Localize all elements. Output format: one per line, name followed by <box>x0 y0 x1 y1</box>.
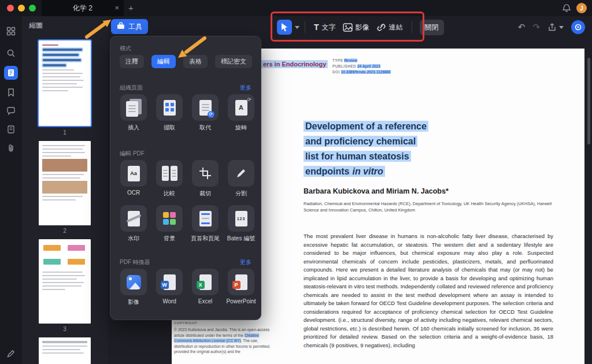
export-chevron-down-icon <box>559 26 564 29</box>
notes-icon[interactable] <box>4 122 18 136</box>
tools-button-label: 工具 <box>128 22 142 32</box>
menu-item-bates-numbering[interactable]: 123 Bates 編號 <box>223 205 259 243</box>
excel-converter-icon: X <box>192 269 219 295</box>
replace-pages-icon <box>192 94 219 121</box>
article-meta: TYPE Review PUBLISHED 24 April 2023 DOI … <box>332 58 391 75</box>
menu-item-convert-image[interactable]: 影像 <box>116 269 151 306</box>
thumbnail-panel-title: 縮圖 <box>29 21 43 31</box>
page-number-label: 3 <box>39 326 91 332</box>
tools-button[interactable]: 工具 <box>111 19 148 34</box>
article-authors: Barbara Kubickova and Miriam N. Jacobs* <box>304 187 449 195</box>
menu-item-insert[interactable]: 插入 <box>116 94 151 132</box>
page-number-label: 2 <box>39 228 91 234</box>
menu-item-header-footer[interactable]: 頁首和頁尾 <box>187 205 223 243</box>
powerpoint-converter-icon: P <box>228 269 254 295</box>
mode-tab-annotate[interactable]: 注釋 <box>120 55 144 68</box>
menu-item-compare[interactable]: 比較 <box>151 160 187 198</box>
compare-documents-icon <box>156 160 183 187</box>
annotation-highlight-box <box>271 12 424 42</box>
article-affiliation: Radiation, Chemical and Environmental Ha… <box>304 201 558 213</box>
new-tab-button[interactable]: + <box>128 3 134 13</box>
type-value: Review <box>344 58 357 62</box>
history-toolbar: ↶ ↷ <box>518 20 585 34</box>
mode-tab-edit[interactable]: 編輯 <box>151 55 176 68</box>
left-icon-rail <box>0 16 22 364</box>
ai-assistant-button[interactable] <box>571 20 585 34</box>
signature-pen-icon[interactable] <box>4 347 18 361</box>
ocr-icon: Aa <box>120 160 147 187</box>
menu-item-extract[interactable]: 擷取 <box>151 94 187 132</box>
export-icon <box>547 23 557 32</box>
minimize-window-button[interactable] <box>18 5 25 12</box>
menu-item-background[interactable]: 背景 <box>151 205 187 243</box>
bates-numbering-icon: 123 <box>228 205 254 232</box>
ai-assistant-icon <box>574 23 582 31</box>
account-avatar[interactable]: J <box>576 3 587 13</box>
mode-tab-redact[interactable]: 標記密文 <box>215 55 252 68</box>
menu-item-replace[interactable]: 取代 <box>187 94 223 132</box>
doi-value: 10.3389/fendo.2023.1126880 <box>341 70 391 74</box>
page-number-label: 1 <box>39 129 91 136</box>
menu-item-convert-word[interactable]: W Word <box>151 269 187 306</box>
rotate-pages-icon: A <box>228 94 254 121</box>
close-window-button[interactable] <box>7 5 14 12</box>
edit-pdf-section-label: 編輯 PDF <box>120 150 145 158</box>
image-converter-icon <box>120 269 147 295</box>
insert-pages-icon <box>120 94 147 121</box>
extract-pages-icon <box>156 94 183 121</box>
page-thumbnail-3[interactable] <box>39 239 91 324</box>
thumbnails-panel-icon[interactable] <box>4 66 18 80</box>
organize-pages-more-link[interactable]: 更多 <box>240 84 251 92</box>
menu-item-convert-powerpoint[interactable]: P PowerPoint <box>223 269 259 306</box>
bookmarks-icon[interactable] <box>4 86 18 99</box>
comments-icon[interactable] <box>4 104 18 118</box>
undo-button[interactable]: ↶ <box>518 22 526 32</box>
app-window: 化学 2 × + J <box>0 0 592 364</box>
crop-icon <box>192 160 219 187</box>
apps-grid-icon[interactable] <box>4 24 18 38</box>
thumbnail-panel: 縮圖 1 2 3 <box>22 16 108 364</box>
search-icon[interactable] <box>4 46 18 60</box>
background-icon <box>156 205 183 232</box>
type-label: TYPE <box>332 58 343 62</box>
pdf-converter-section-label: PDF 轉換器 <box>120 258 150 266</box>
document-tab[interactable]: 化学 2 × <box>42 0 124 16</box>
notifications-bell-icon[interactable] <box>562 3 571 15</box>
tools-menu: 模式 注釋 編輯 表格 標記密文 組織頁面 更多 插入 擷取 取代 A <box>110 36 261 320</box>
attachments-paperclip-icon[interactable] <box>4 141 18 155</box>
fullscreen-window-button[interactable] <box>29 5 36 12</box>
article-abstract: The most prevalent liver disease in huma… <box>304 232 553 350</box>
annotation-arrow-edit <box>175 34 208 62</box>
watermark-icon <box>120 205 147 232</box>
menu-item-split[interactable]: 分割 <box>223 160 259 198</box>
doi-label: DOI <box>332 70 340 74</box>
article-title: Development of a reference and proficien… <box>304 119 428 179</box>
copyright-label: COPYRIGHT <box>174 321 197 325</box>
toolbox-icon <box>117 22 125 31</box>
menu-item-ocr[interactable]: Aa OCR <box>116 160 151 198</box>
page-thumbnail-1[interactable] <box>39 40 91 126</box>
annotation-arrow-tools <box>82 16 114 40</box>
menu-item-rotate[interactable]: A 旋轉 <box>223 94 259 132</box>
page-thumbnail-4[interactable] <box>39 337 91 364</box>
header-footer-icon <box>192 205 219 232</box>
scrollbar[interactable] <box>587 58 590 144</box>
published-label: PUBLISHED <box>332 64 356 68</box>
split-pen-icon <box>228 160 254 187</box>
menu-item-watermark[interactable]: 水印 <box>116 205 151 243</box>
export-button[interactable] <box>547 23 564 32</box>
copyright-text: © 2023 Kubickova and Jacobs. This is an … <box>174 327 273 355</box>
word-converter-icon: W <box>156 269 183 295</box>
organize-pages-section-label: 組織頁面 <box>120 84 143 92</box>
menu-item-crop[interactable]: 裁切 <box>187 160 223 198</box>
redo-button[interactable]: ↷ <box>532 22 540 32</box>
tab-close-icon[interactable]: × <box>114 3 119 13</box>
tab-title: 化学 2 <box>73 3 92 13</box>
mode-section-label: 模式 <box>120 44 131 53</box>
pdf-converter-more-link[interactable]: 更多 <box>240 258 251 266</box>
published-value: 24 April 2023 <box>357 64 380 68</box>
menu-item-convert-excel[interactable]: X Excel <box>187 269 223 306</box>
journal-name: ers in Endocrinology <box>261 60 328 68</box>
page-thumbnail-2[interactable] <box>39 141 91 225</box>
